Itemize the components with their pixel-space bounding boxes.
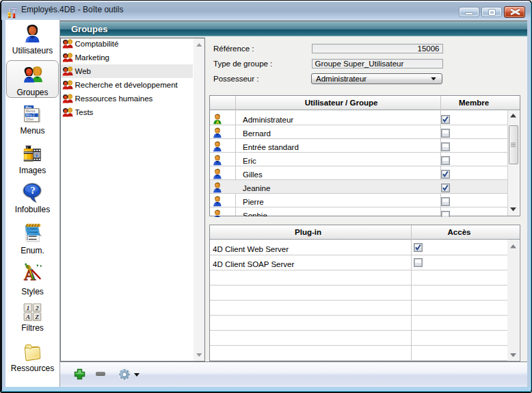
- svg-text:Other: Other: [26, 118, 34, 121]
- svg-text:Mnu 2: Mnu 2: [26, 114, 35, 117]
- svg-text:Menus: Menus: [26, 110, 36, 113]
- svg-text:Z: Z: [34, 314, 39, 320]
- svg-text:A: A: [25, 314, 29, 320]
- svg-text:?: ?: [31, 185, 36, 196]
- svg-text:1: 1: [26, 305, 29, 312]
- svg-text:2: 2: [34, 305, 38, 312]
